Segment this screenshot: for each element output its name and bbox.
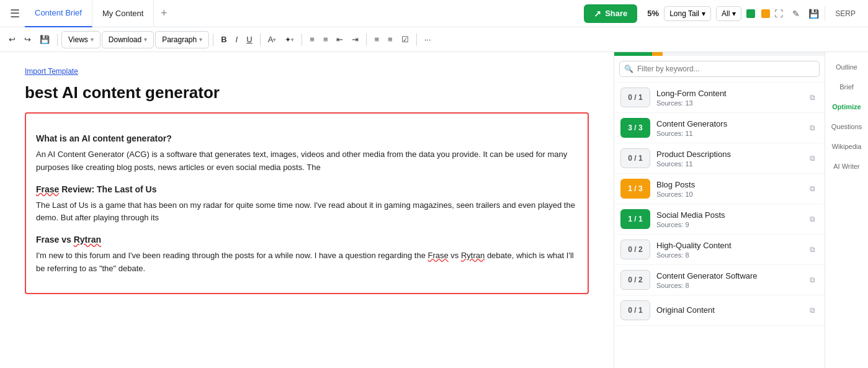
keyword-list: 0 / 1 Long-Form Content Sources: 13 ⧉ 3 … — [614, 83, 825, 368]
filter-input-wrap: 🔍 — [619, 61, 820, 77]
import-template-link[interactable]: Import Template — [25, 67, 589, 76]
copy-icon-5[interactable]: ⧉ — [806, 213, 818, 225]
highlight-button[interactable]: ✦ ▾ — [281, 31, 298, 48]
right-panel: 🔍 0 / 1 Long-Form Content Sources: 13 ⧉ … — [614, 52, 825, 368]
keyword-badge-5: 1 / 1 — [620, 209, 650, 229]
keyword-item-7: 0 / 2 Content Generator Software Sources… — [614, 265, 825, 295]
toolbar-sep-1 — [57, 34, 58, 46]
keyword-badge-4: 1 / 3 — [620, 179, 650, 199]
all-dropdown[interactable]: All ▾ — [716, 6, 741, 21]
keyword-info-7: Content Generator Software Sources: 8 — [656, 271, 800, 289]
section-body-1: An AI Content Generator (ACG) is a softw… — [36, 148, 578, 174]
add-tab-button[interactable]: + — [154, 0, 174, 27]
pencil-icon[interactable]: ✎ — [787, 5, 805, 22]
bold-button[interactable]: B — [217, 31, 230, 48]
keyword-info-6: High-Quality Content Sources: 8 — [656, 241, 800, 259]
keyword-item-4: 1 / 3 Blog Posts Sources: 10 ⧉ — [614, 174, 825, 204]
download-dropdown[interactable]: Download ▾ — [102, 31, 154, 48]
keyword-info-2: Content Generators Sources: 11 — [656, 119, 800, 137]
copy-icon-8[interactable]: ⧉ — [806, 304, 818, 316]
undo-button[interactable]: ↩ — [5, 31, 19, 48]
keyword-badge-8: 0 / 1 — [620, 300, 650, 320]
keyword-item-5: 1 / 1 Social Media Posts Sources: 9 ⧉ — [614, 204, 825, 235]
main-area: Import Template best AI content generato… — [0, 52, 868, 368]
search-icon: 🔍 — [624, 65, 633, 73]
list-ordered-button[interactable]: ≡ — [384, 31, 396, 48]
redo-button[interactable]: ↪ — [20, 31, 35, 48]
copy-icon-3[interactable]: ⧉ — [806, 152, 818, 164]
copy-icon-1[interactable]: ⧉ — [806, 91, 818, 104]
font-color-button[interactable]: A ▾ — [264, 31, 280, 48]
serp-tab[interactable]: SERP — [828, 7, 863, 20]
section-body-3: I'm new to this forum and I've been read… — [36, 249, 578, 276]
tab-content-brief[interactable]: Content Brief — [25, 0, 92, 27]
save-icon[interactable]: 💾 — [805, 5, 822, 22]
keyword-item-1: 0 / 1 Long-Form Content Sources: 13 ⧉ — [614, 83, 825, 113]
copy-icon-2[interactable]: ⧉ — [806, 122, 818, 134]
editor-content-box[interactable]: What is an AI content generator? An AI C… — [25, 112, 589, 294]
paragraph-dropdown[interactable]: Paragraph ▾ — [155, 31, 209, 48]
toolbar-sep-5 — [366, 34, 367, 46]
section-heading-1: What is an AI content generator? — [36, 133, 578, 143]
frt-outline[interactable]: Outline — [825, 57, 868, 77]
keyword-info-8: Original Content — [656, 305, 800, 316]
green-indicator — [746, 9, 755, 18]
keyword-info-4: Blog Posts Sources: 10 — [656, 180, 800, 198]
copy-icon-6[interactable]: ⧉ — [806, 243, 818, 256]
frt-brief[interactable]: Brief — [825, 77, 868, 97]
keyword-item-6: 0 / 2 High-Quality Content Sources: 8 ⧉ — [614, 235, 825, 265]
long-tail-dropdown[interactable]: Long Tail ▾ — [664, 6, 711, 21]
align-left-button[interactable]: ≡ — [306, 31, 318, 48]
top-nav: ☰ Content Brief My Content + Share 5% Lo… — [0, 0, 868, 27]
section-heading-2: Frase Review: The Last of Us — [36, 184, 578, 194]
toolbar-sep-3 — [260, 34, 261, 46]
filter-input[interactable] — [619, 61, 820, 77]
toolbar: ↩ ↪ 💾 Views ▾ Download ▾ Paragraph ▾ B I… — [0, 27, 868, 52]
copy-icon-7[interactable]: ⧉ — [806, 274, 818, 286]
tab-my-content[interactable]: My Content — [92, 0, 154, 27]
frt-ai-writer[interactable]: AI Writer — [825, 156, 868, 176]
indent-right-button[interactable]: ⇥ — [348, 31, 362, 48]
toolbar-sep-4 — [302, 34, 302, 46]
yellow-indicator — [761, 9, 770, 18]
keyword-badge-3: 0 / 1 — [620, 148, 650, 168]
editor-area[interactable]: Import Template best AI content generato… — [0, 52, 614, 368]
keyword-info-3: Product Descriptions Sources: 11 — [656, 150, 800, 168]
more-options-button[interactable]: ··· — [421, 31, 435, 48]
toolbar-sep-6 — [416, 34, 417, 46]
indent-left-button[interactable]: ⇤ — [333, 31, 347, 48]
underline-button[interactable]: U — [243, 31, 256, 48]
nav-divider — [825, 6, 825, 21]
section-heading-3: Frase vs Rytran — [36, 235, 578, 245]
menu-button[interactable]: ☰ — [5, 4, 25, 24]
italic-button[interactable]: I — [232, 31, 242, 48]
keyword-badge-6: 0 / 2 — [620, 240, 650, 259]
keyword-badge-2: 3 / 3 — [620, 118, 650, 138]
keyword-info-1: Long-Form Content Sources: 13 — [656, 89, 800, 107]
frt-wikipedia[interactable]: Wikipedia — [825, 137, 868, 156]
list-unordered-button[interactable]: ≡ — [370, 31, 383, 48]
keyword-badge-1: 0 / 1 — [620, 88, 650, 107]
toolbar-sep-2 — [213, 34, 213, 46]
score-section: 5% Long Tail ▾ All ▾ — [647, 6, 770, 21]
keyword-info-5: Social Media Posts Sources: 9 — [656, 210, 800, 228]
frt-optimize[interactable]: Optimize — [825, 97, 868, 117]
keyword-item-3: 0 / 1 Product Descriptions Sources: 11 ⧉ — [614, 143, 825, 174]
save-button[interactable]: 💾 — [36, 31, 53, 48]
section-body-2: The Last of Us is a game that has been o… — [36, 199, 578, 225]
keyword-item-2: 3 / 3 Content Generators Sources: 11 ⧉ — [614, 113, 825, 143]
document-title: best AI content generator — [25, 83, 589, 102]
fullscreen-button[interactable]: ⛶ — [770, 5, 787, 22]
keyword-item-8: 0 / 1 Original Content ⧉ — [614, 295, 825, 326]
frt-questions[interactable]: Questions — [825, 117, 868, 137]
share-button[interactable]: Share — [584, 4, 637, 23]
copy-icon-4[interactable]: ⧉ — [806, 182, 818, 195]
score-percentage: 5% — [647, 9, 659, 18]
align-center-button[interactable]: ≡ — [320, 31, 332, 48]
list-check-button[interactable]: ☑ — [398, 31, 413, 48]
views-dropdown[interactable]: Views ▾ — [61, 31, 101, 48]
keyword-badge-7: 0 / 2 — [620, 270, 650, 290]
far-right-tabs: Outline Brief Optimize Questions Wikiped… — [825, 52, 868, 368]
filter-row: 🔍 — [614, 56, 825, 83]
